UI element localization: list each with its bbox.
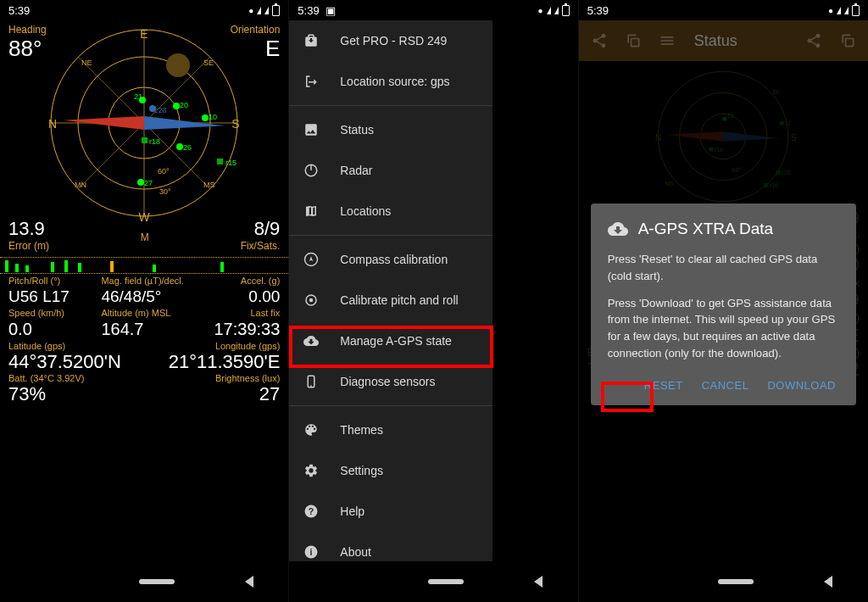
signal-bars	[0, 257, 288, 274]
satellites: 21 c28 20 10 r18 26 r15 27	[134, 92, 236, 187]
svg-text:10: 10	[209, 113, 217, 121]
svg-point-23	[202, 114, 209, 121]
menu-compass-calibration[interactable]: Compass calibration	[289, 239, 492, 280]
screen-menu: 5:39 ▣ ● Get PRO - RSD 249 Location sour…	[289, 0, 578, 602]
menu-calibrate-pitch[interactable]: Calibrate pitch and roll	[289, 280, 492, 321]
bright-value: 27	[259, 383, 280, 405]
menu-label: Themes	[340, 423, 383, 437]
menu-label: About	[340, 545, 371, 559]
menu-location-source[interactable]: Location source: gps	[289, 61, 492, 102]
svg-point-37	[310, 299, 313, 302]
svg-text:NE: NE	[81, 59, 92, 67]
menu-manage-agps[interactable]: Manage A-GPS state	[289, 321, 492, 361]
svg-text:30°: 30°	[159, 187, 171, 196]
reset-button[interactable]: RESET	[644, 379, 683, 392]
menu-label: Diagnose sensors	[340, 375, 435, 388]
screen-gps-status: 5:39 ● Heading Orientation 88° E	[0, 0, 289, 602]
menu-label: Locations	[340, 204, 391, 218]
nav-back[interactable]	[824, 576, 832, 588]
menu-get-pro[interactable]: Get PRO - RSD 249	[289, 20, 492, 61]
menu-status[interactable]: Status	[289, 109, 492, 150]
altitude-label: Altitude (m) MSL	[101, 308, 186, 318]
svg-text:26: 26	[183, 143, 192, 152]
menu-help[interactable]: ? Help	[289, 491, 492, 532]
speed-label: Speed (km/h)	[8, 308, 94, 318]
nav-back[interactable]	[245, 576, 253, 588]
cancel-button[interactable]: CANCEL	[702, 379, 749, 392]
gear-icon	[303, 462, 320, 479]
radar-icon	[303, 162, 320, 179]
status-bar: 5:39 ●	[0, 0, 288, 20]
lat-value: 44°37.5200'N	[8, 351, 121, 373]
nav-home[interactable]	[428, 579, 464, 584]
svg-text:c28: c28	[154, 106, 167, 114]
status-time: 5:39	[8, 4, 30, 17]
needle-north	[64, 114, 145, 130]
accel-value: 0.00	[194, 287, 280, 306]
phone-icon	[303, 373, 320, 390]
svg-point-21	[173, 103, 180, 109]
svg-text:SE: SE	[203, 59, 214, 67]
svg-rect-25	[142, 137, 147, 143]
svg-text:r18: r18	[149, 137, 160, 146]
menu-settings[interactable]: Settings	[289, 450, 492, 491]
lastfix-label: Last fix	[194, 308, 280, 318]
svg-text:MS: MS	[203, 181, 215, 189]
error-label: Error (m)	[8, 240, 49, 252]
batt-value: 73%	[8, 383, 46, 405]
agps-dialog: A-GPS XTRA Data Press 'Reset' to clear a…	[591, 203, 856, 405]
sun-indicator	[166, 53, 190, 77]
nav-back[interactable]	[534, 576, 542, 588]
svg-text:E: E	[140, 27, 147, 41]
menu-label: Location source: gps	[340, 75, 449, 88]
menu-radar[interactable]: Radar	[289, 150, 492, 191]
svg-point-31	[137, 179, 144, 186]
navigation-bar	[0, 561, 288, 602]
lat-label: Latitude (gps)	[8, 341, 65, 351]
svg-text:60°: 60°	[158, 167, 170, 176]
exit-icon	[303, 73, 320, 90]
altitude-value: 164.7	[101, 320, 186, 339]
magfield-label: Mag. field (µT)/decl.	[101, 276, 186, 286]
navigation-drawer[interactable]: Get PRO - RSD 249 Location source: gps S…	[289, 20, 492, 561]
menu-themes[interactable]: Themes	[289, 410, 492, 450]
pitchroll-value: U56 L17	[8, 287, 94, 306]
bright-label: Brightness (lux)	[215, 373, 280, 383]
nav-home[interactable]	[718, 579, 754, 584]
info-icon: i	[303, 543, 320, 560]
cloud-download-icon	[303, 332, 320, 349]
menu-label: Settings	[340, 464, 383, 477]
svg-text:MN: MN	[75, 181, 86, 189]
status-bar: 5:39 ▣ ●	[289, 0, 577, 20]
pitchroll-label: Pitch/Roll (°)	[8, 276, 94, 286]
speed-value: 0.0	[8, 320, 94, 339]
svg-text:27: 27	[144, 179, 153, 187]
shop-icon	[303, 32, 320, 49]
compass-icon	[303, 251, 320, 268]
svg-text:W: W	[139, 210, 151, 224]
photo-icon	[303, 121, 320, 138]
cloud-download-icon	[608, 219, 628, 239]
svg-rect-29	[217, 159, 223, 164]
menu-label: Compass calibration	[340, 253, 448, 266]
svg-text:21: 21	[134, 92, 142, 101]
status-icons: ●	[248, 5, 280, 16]
menu-about[interactable]: i About	[289, 532, 492, 561]
menu-label: Manage A-GPS state	[340, 334, 452, 348]
svg-text:20: 20	[180, 101, 188, 109]
menu-label: Get PRO - RSD 249	[340, 34, 447, 47]
svg-point-27	[176, 143, 183, 150]
status-time: 5:39 ▣	[298, 4, 336, 17]
nav-home[interactable]	[139, 579, 175, 584]
svg-text:N: N	[48, 117, 57, 131]
dialog-body: Press 'Reset' to clear all cached GPS da…	[608, 251, 839, 362]
accel-label: Accel. (g)	[194, 276, 280, 286]
map-icon	[303, 203, 320, 220]
menu-label: Status	[340, 123, 374, 137]
navigation-bar	[579, 561, 868, 602]
target-icon	[303, 292, 320, 309]
menu-locations[interactable]: Locations	[289, 191, 492, 231]
help-icon: ?	[303, 503, 320, 520]
download-button[interactable]: DOWNLOAD	[767, 379, 836, 392]
menu-diagnose-sensors[interactable]: Diagnose sensors	[289, 361, 492, 402]
